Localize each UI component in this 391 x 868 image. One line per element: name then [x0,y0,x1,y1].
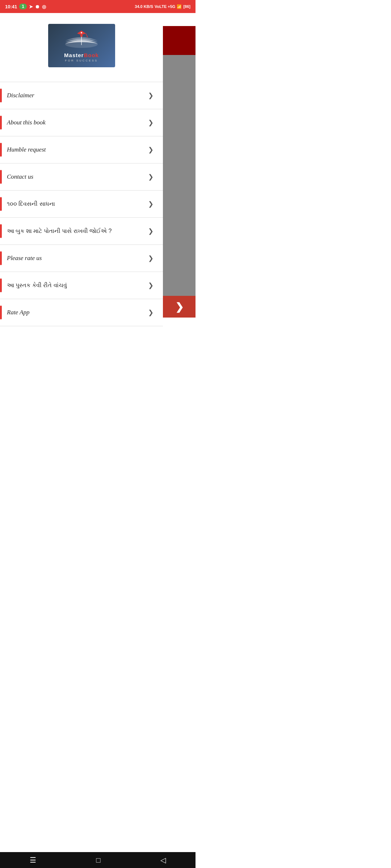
menu-item-label: આ બુક શા માટે પોતાની પાસે રાખવી જોઈએ ? [7,227,148,235]
wifi-badge: 1 [19,4,27,9]
menu-item-3[interactable]: Humble request❯ [0,136,163,163]
menu-list: Disclaimer❯About this book❯Humble reques… [0,82,163,326]
side-panel: ❯ [163,26,196,318]
status-bar: 10:41 1 ➤ ⏺ ◎ 34.0 KB/S VoLTE +5G 📶 [86] [0,0,196,13]
red-accent-bar [0,116,2,129]
menu-item-5[interactable]: ૧૦૦ દિવસની સાધના❯ [0,190,163,217]
red-accent-bar [0,224,2,238]
chevron-right-icon: ❯ [148,227,154,235]
red-accent-bar [0,143,2,157]
chevron-right-icon: ❯ [148,173,154,181]
menu-item-label: આ પુસ્તક કેવી રીતે વાંચવું [7,281,148,289]
menu-item-label: About this book [7,119,148,127]
chevron-right-icon: ❯ [148,254,154,262]
menu-item-4[interactable]: Contact us❯ [0,163,163,190]
menu-item-7[interactable]: Please rate us❯ [0,244,163,272]
logo-area: MasterBook FOR SUCCESS [0,13,163,78]
red-accent-bar [0,278,2,292]
menu-item-9[interactable]: Rate App❯ [0,299,163,326]
svg-line-5 [86,34,87,37]
menu-item-label: Please rate us [7,254,148,263]
logo-app-name: MasterBook [64,52,99,58]
svg-point-6 [87,36,88,37]
shield-icon: ◎ [42,4,46,9]
menu-item-label: Humble request [7,146,148,154]
chevron-right-icon: ❯ [148,92,154,99]
menu-item-1[interactable]: Disclaimer❯ [0,82,163,109]
chevron-right-icon: ❯ [148,146,154,154]
svg-point-4 [81,32,82,34]
record-icon: ⏺ [35,4,40,9]
chevron-right-icon: ❯ [148,309,154,316]
battery-level: [86] [183,4,190,9]
navigation-arrow: ➤ [29,4,33,9]
book-illustration [63,29,100,51]
svg-rect-3 [80,35,83,37]
chevron-right-icon: ❯ [148,200,154,208]
menu-item-label: Contact us [7,173,148,181]
side-panel-next-button[interactable]: ❯ [163,296,196,318]
red-accent-bar [0,306,2,319]
side-panel-middle [163,55,196,296]
menu-item-6[interactable]: આ બુક શા માટે પોતાની પાસે રાખવી જોઈએ ?❯ [0,217,163,244]
app-logo: MasterBook FOR SUCCESS [48,24,115,67]
network-speed: 34.0 KB/S [135,4,153,9]
next-arrow-icon: ❯ [175,301,184,313]
menu-item-label: Disclaimer [7,92,148,100]
red-accent-bar [0,197,2,211]
menu-item-8[interactable]: આ પુસ્તક કેવી રીતે વાંચવું❯ [0,272,163,299]
red-accent-bar [0,89,2,102]
signal-bars: 📶 [177,4,182,9]
network-type: VoLTE +5G [155,4,175,9]
chevron-right-icon: ❯ [148,119,154,127]
red-accent-bar [0,251,2,265]
chevron-right-icon: ❯ [148,281,154,289]
red-accent-bar [0,170,2,184]
logo-subtitle: FOR SUCCESS [65,59,98,62]
menu-item-label: Rate App [7,309,148,317]
menu-item-2[interactable]: About this book❯ [0,109,163,136]
side-panel-top [163,26,196,55]
menu-item-label: ૧૦૦ દિવસની સાધના [7,200,148,208]
status-left: 10:41 1 ➤ ⏺ ◎ [5,4,46,9]
status-right: 34.0 KB/S VoLTE +5G 📶 [86] [135,4,190,9]
time-display: 10:41 [5,4,17,9]
main-content: MasterBook FOR SUCCESS Disclaimer❯About … [0,13,163,333]
